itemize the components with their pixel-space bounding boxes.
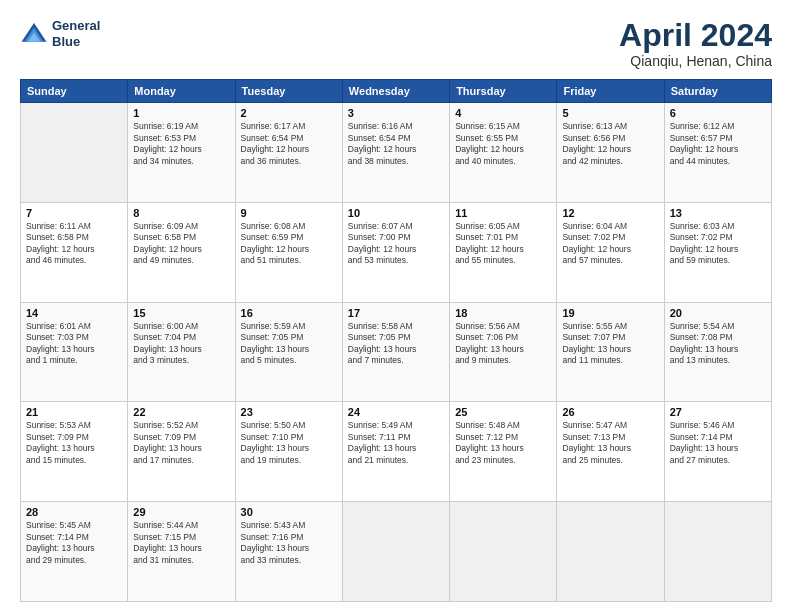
calendar-cell: 19Sunrise: 5:55 AM Sunset: 7:07 PM Dayli… [557,302,664,402]
col-saturday: Saturday [664,80,771,103]
day-number: 8 [133,207,229,219]
day-number: 27 [670,406,766,418]
day-info: Sunrise: 6:00 AM Sunset: 7:04 PM Dayligh… [133,321,229,367]
calendar-week-1: 1Sunrise: 6:19 AM Sunset: 6:53 PM Daylig… [21,103,772,203]
day-info: Sunrise: 6:13 AM Sunset: 6:56 PM Dayligh… [562,121,658,167]
day-number: 13 [670,207,766,219]
logo-text: General Blue [52,18,100,49]
calendar-cell: 2Sunrise: 6:17 AM Sunset: 6:54 PM Daylig… [235,103,342,203]
day-info: Sunrise: 5:58 AM Sunset: 7:05 PM Dayligh… [348,321,444,367]
day-number: 3 [348,107,444,119]
day-number: 26 [562,406,658,418]
day-number: 4 [455,107,551,119]
calendar-cell: 24Sunrise: 5:49 AM Sunset: 7:11 PM Dayli… [342,402,449,502]
day-info: Sunrise: 6:11 AM Sunset: 6:58 PM Dayligh… [26,221,122,267]
calendar-cell: 4Sunrise: 6:15 AM Sunset: 6:55 PM Daylig… [450,103,557,203]
calendar-cell: 30Sunrise: 5:43 AM Sunset: 7:16 PM Dayli… [235,502,342,602]
day-info: Sunrise: 5:59 AM Sunset: 7:05 PM Dayligh… [241,321,337,367]
calendar-cell: 21Sunrise: 5:53 AM Sunset: 7:09 PM Dayli… [21,402,128,502]
day-info: Sunrise: 6:17 AM Sunset: 6:54 PM Dayligh… [241,121,337,167]
calendar-cell: 22Sunrise: 5:52 AM Sunset: 7:09 PM Dayli… [128,402,235,502]
calendar-cell: 28Sunrise: 5:45 AM Sunset: 7:14 PM Dayli… [21,502,128,602]
day-info: Sunrise: 6:01 AM Sunset: 7:03 PM Dayligh… [26,321,122,367]
day-number: 21 [26,406,122,418]
logo-line1: General [52,18,100,34]
calendar-cell: 1Sunrise: 6:19 AM Sunset: 6:53 PM Daylig… [128,103,235,203]
logo: General Blue [20,18,100,49]
day-number: 2 [241,107,337,119]
day-number: 24 [348,406,444,418]
calendar-table: Sunday Monday Tuesday Wednesday Thursday… [20,79,772,602]
col-tuesday: Tuesday [235,80,342,103]
day-info: Sunrise: 5:55 AM Sunset: 7:07 PM Dayligh… [562,321,658,367]
day-info: Sunrise: 6:15 AM Sunset: 6:55 PM Dayligh… [455,121,551,167]
day-info: Sunrise: 6:04 AM Sunset: 7:02 PM Dayligh… [562,221,658,267]
calendar-week-5: 28Sunrise: 5:45 AM Sunset: 7:14 PM Dayli… [21,502,772,602]
location-subtitle: Qianqiu, Henan, China [619,53,772,69]
day-info: Sunrise: 5:53 AM Sunset: 7:09 PM Dayligh… [26,420,122,466]
calendar-cell [664,502,771,602]
day-info: Sunrise: 6:12 AM Sunset: 6:57 PM Dayligh… [670,121,766,167]
calendar-cell: 27Sunrise: 5:46 AM Sunset: 7:14 PM Dayli… [664,402,771,502]
day-number: 29 [133,506,229,518]
day-info: Sunrise: 6:16 AM Sunset: 6:54 PM Dayligh… [348,121,444,167]
col-thursday: Thursday [450,80,557,103]
logo-icon [20,20,48,48]
calendar-cell: 3Sunrise: 6:16 AM Sunset: 6:54 PM Daylig… [342,103,449,203]
header-row: Sunday Monday Tuesday Wednesday Thursday… [21,80,772,103]
day-number: 10 [348,207,444,219]
day-info: Sunrise: 5:47 AM Sunset: 7:13 PM Dayligh… [562,420,658,466]
calendar-cell: 13Sunrise: 6:03 AM Sunset: 7:02 PM Dayli… [664,202,771,302]
calendar-cell: 16Sunrise: 5:59 AM Sunset: 7:05 PM Dayli… [235,302,342,402]
day-info: Sunrise: 5:44 AM Sunset: 7:15 PM Dayligh… [133,520,229,566]
day-number: 17 [348,307,444,319]
day-number: 15 [133,307,229,319]
day-info: Sunrise: 5:50 AM Sunset: 7:10 PM Dayligh… [241,420,337,466]
col-monday: Monday [128,80,235,103]
calendar-cell [557,502,664,602]
day-number: 23 [241,406,337,418]
calendar-cell: 14Sunrise: 6:01 AM Sunset: 7:03 PM Dayli… [21,302,128,402]
calendar-cell: 25Sunrise: 5:48 AM Sunset: 7:12 PM Dayli… [450,402,557,502]
month-title: April 2024 [619,18,772,53]
day-number: 18 [455,307,551,319]
day-number: 12 [562,207,658,219]
day-number: 6 [670,107,766,119]
day-number: 5 [562,107,658,119]
calendar-cell: 18Sunrise: 5:56 AM Sunset: 7:06 PM Dayli… [450,302,557,402]
calendar-cell: 6Sunrise: 6:12 AM Sunset: 6:57 PM Daylig… [664,103,771,203]
calendar-cell: 23Sunrise: 5:50 AM Sunset: 7:10 PM Dayli… [235,402,342,502]
day-number: 1 [133,107,229,119]
day-info: Sunrise: 6:09 AM Sunset: 6:58 PM Dayligh… [133,221,229,267]
calendar-cell [450,502,557,602]
calendar-cell: 20Sunrise: 5:54 AM Sunset: 7:08 PM Dayli… [664,302,771,402]
day-number: 14 [26,307,122,319]
calendar-cell: 8Sunrise: 6:09 AM Sunset: 6:58 PM Daylig… [128,202,235,302]
day-info: Sunrise: 6:07 AM Sunset: 7:00 PM Dayligh… [348,221,444,267]
title-block: April 2024 Qianqiu, Henan, China [619,18,772,69]
calendar-week-4: 21Sunrise: 5:53 AM Sunset: 7:09 PM Dayli… [21,402,772,502]
day-number: 16 [241,307,337,319]
day-number: 9 [241,207,337,219]
calendar-cell: 26Sunrise: 5:47 AM Sunset: 7:13 PM Dayli… [557,402,664,502]
col-sunday: Sunday [21,80,128,103]
day-info: Sunrise: 6:19 AM Sunset: 6:53 PM Dayligh… [133,121,229,167]
col-friday: Friday [557,80,664,103]
day-info: Sunrise: 5:48 AM Sunset: 7:12 PM Dayligh… [455,420,551,466]
day-info: Sunrise: 5:52 AM Sunset: 7:09 PM Dayligh… [133,420,229,466]
page: General Blue April 2024 Qianqiu, Henan, … [0,0,792,612]
calendar-cell: 17Sunrise: 5:58 AM Sunset: 7:05 PM Dayli… [342,302,449,402]
calendar-week-2: 7Sunrise: 6:11 AM Sunset: 6:58 PM Daylig… [21,202,772,302]
day-number: 7 [26,207,122,219]
day-info: Sunrise: 6:03 AM Sunset: 7:02 PM Dayligh… [670,221,766,267]
calendar-cell: 5Sunrise: 6:13 AM Sunset: 6:56 PM Daylig… [557,103,664,203]
day-info: Sunrise: 6:08 AM Sunset: 6:59 PM Dayligh… [241,221,337,267]
day-info: Sunrise: 5:56 AM Sunset: 7:06 PM Dayligh… [455,321,551,367]
calendar-cell: 29Sunrise: 5:44 AM Sunset: 7:15 PM Dayli… [128,502,235,602]
day-number: 25 [455,406,551,418]
day-info: Sunrise: 5:45 AM Sunset: 7:14 PM Dayligh… [26,520,122,566]
calendar-cell: 10Sunrise: 6:07 AM Sunset: 7:00 PM Dayli… [342,202,449,302]
day-info: Sunrise: 6:05 AM Sunset: 7:01 PM Dayligh… [455,221,551,267]
header: General Blue April 2024 Qianqiu, Henan, … [20,18,772,69]
day-info: Sunrise: 5:49 AM Sunset: 7:11 PM Dayligh… [348,420,444,466]
